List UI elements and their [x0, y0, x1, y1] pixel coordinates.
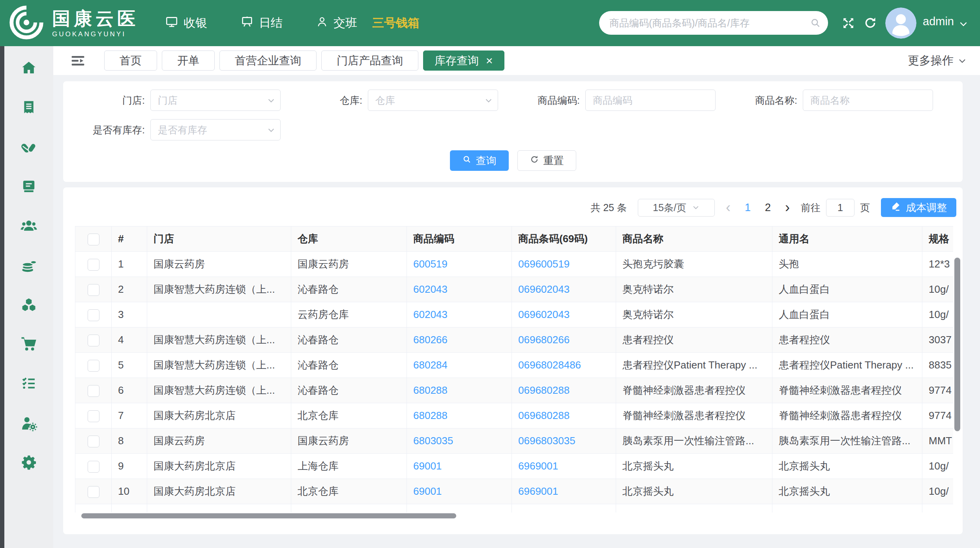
- filter-product-name-input[interactable]: 商品名称: [803, 90, 933, 111]
- brand-title: 国康云医: [52, 8, 139, 29]
- row-index: 4: [112, 327, 147, 353]
- sidebar-item-users-icon[interactable]: [4, 207, 53, 246]
- page-number-1[interactable]: 1: [745, 202, 751, 214]
- row-store: 国康智慧大药房连锁（上...: [147, 378, 291, 403]
- filter-product-name: 商品名称: 商品名称: [716, 90, 933, 111]
- nav-daily-settle[interactable]: 日结: [240, 15, 283, 31]
- checklist-icon: [21, 375, 37, 393]
- page-size-select[interactable]: 15条/页: [638, 199, 715, 217]
- row-code-link[interactable]: 680288: [407, 403, 512, 428]
- cashbox-label[interactable]: 三号钱箱: [372, 15, 420, 31]
- row-code-link[interactable]: 680284: [407, 353, 512, 378]
- row-checkbox[interactable]: [75, 277, 112, 302]
- nav-shift[interactable]: 交班: [316, 15, 357, 31]
- fullscreen-icon[interactable]: [842, 17, 855, 31]
- row-code-link[interactable]: 602043: [407, 277, 512, 302]
- row-name: 奥克特诺尔: [616, 277, 772, 302]
- row-checkbox[interactable]: [75, 454, 112, 479]
- row-checkbox[interactable]: [75, 252, 112, 277]
- table-row: 8国康云药房国康云药房68030350696803035胰岛素泵用一次性输注管路…: [75, 428, 954, 454]
- col-spec: 规格: [922, 226, 954, 252]
- monitor-icon: [165, 15, 178, 31]
- chevron-down-icon[interactable]: [958, 19, 969, 31]
- row-checkbox[interactable]: [75, 428, 112, 454]
- tab-inventory-query[interactable]: 库存查询 ×: [423, 50, 504, 71]
- row-barcode-link[interactable]: 069680266: [512, 327, 616, 353]
- row-code-link[interactable]: 69001: [407, 479, 512, 504]
- row-code-link[interactable]: 602043: [407, 302, 512, 327]
- goto-page-input[interactable]: 1: [826, 199, 854, 217]
- global-search-input[interactable]: 商品编码(商品条码)/商品名/库存: [599, 11, 828, 35]
- menu-collapse-icon[interactable]: [71, 54, 85, 67]
- row-checkbox[interactable]: [75, 378, 112, 403]
- horizontal-scrollbar-thumb[interactable]: [81, 513, 456, 518]
- sidebar-item-receipt-icon[interactable]: [4, 88, 53, 128]
- search-button[interactable]: 查询: [450, 150, 509, 171]
- row-barcode-link[interactable]: 069680288: [512, 403, 616, 428]
- avatar[interactable]: [885, 7, 916, 39]
- close-icon[interactable]: ×: [486, 55, 493, 67]
- filter-product-code: 商品编码: 商品编码: [498, 90, 716, 111]
- select-all-checkbox[interactable]: [75, 226, 112, 252]
- pen-icon: [890, 201, 901, 214]
- row-code-link[interactable]: 680288: [407, 378, 512, 403]
- row-warehouse: 沁春路仓: [291, 353, 407, 378]
- row-barcode-link[interactable]: 069602043: [512, 302, 616, 327]
- row-code-link[interactable]: 600519: [407, 252, 512, 277]
- row-barcode-link[interactable]: 069602043: [512, 277, 616, 302]
- prev-page-button[interactable]: ‹: [726, 200, 731, 215]
- row-index: 9: [112, 454, 147, 479]
- table-row: 2国康智慧大药房连锁（上...沁春路仓602043069602043奥克特诺尔人…: [75, 277, 954, 302]
- filter-warehouse-select[interactable]: 仓库: [368, 90, 498, 111]
- user-name[interactable]: admin: [923, 15, 954, 28]
- row-barcode-link[interactable]: 6969001: [512, 454, 616, 479]
- search-icon[interactable]: [810, 17, 821, 30]
- sidebar-item-user-gear-icon[interactable]: [4, 404, 53, 443]
- filter-store-select[interactable]: 门店: [150, 90, 281, 111]
- table-row: 1国康云药房国康云药房600519069600519头孢克圬胶囊头孢12*3: [75, 252, 954, 277]
- more-actions-button[interactable]: 更多操作: [908, 53, 967, 69]
- sidebar-item-home-icon[interactable]: [4, 49, 53, 88]
- cost-adjust-button[interactable]: 成本调整: [881, 198, 956, 217]
- row-name: 脊髓神经刺激器患者程控仪: [616, 378, 772, 403]
- row-code-link[interactable]: 69001: [407, 454, 512, 479]
- row-checkbox[interactable]: [75, 327, 112, 353]
- row-store: 国康智慧大药房连锁（上...: [147, 277, 291, 302]
- row-barcode-link[interactable]: 6969001: [512, 479, 616, 504]
- row-index: 1: [112, 252, 147, 277]
- nav-cashier[interactable]: 收银: [165, 15, 207, 31]
- sidebar-item-cart-icon[interactable]: [4, 325, 53, 365]
- row-barcode-link[interactable]: 069680288: [512, 378, 616, 403]
- sidebar-item-coins-icon[interactable]: [4, 246, 53, 286]
- page-number-2[interactable]: 2: [765, 202, 771, 214]
- filter-has-stock-select[interactable]: 是否有库存: [150, 119, 281, 140]
- row-checkbox[interactable]: [75, 479, 112, 504]
- row-code-link[interactable]: 680266: [407, 327, 512, 353]
- row-checkbox[interactable]: [75, 403, 112, 428]
- sidebar-item-cubes-icon[interactable]: [4, 286, 53, 325]
- next-page-button[interactable]: ›: [785, 200, 790, 215]
- row-checkbox[interactable]: [75, 353, 112, 378]
- row-barcode-link[interactable]: 0696803035: [512, 428, 616, 454]
- filter-warehouse: 仓库: 仓库: [281, 90, 498, 111]
- tab-billing[interactable]: 开单: [162, 50, 215, 71]
- row-code-link[interactable]: 6803035: [407, 428, 512, 454]
- sidebar-item-book-icon[interactable]: [4, 167, 53, 207]
- row-barcode-link[interactable]: 069600519: [512, 252, 616, 277]
- tab-home[interactable]: 首页: [104, 50, 157, 71]
- filter-product-code-input[interactable]: 商品编码: [585, 90, 716, 111]
- sidebar-item-checklist-icon[interactable]: [4, 365, 53, 404]
- row-barcode-link[interactable]: 06968028486: [512, 353, 616, 378]
- vertical-scrollbar-thumb[interactable]: [954, 258, 960, 431]
- sidebar-item-pills-icon[interactable]: [4, 128, 53, 167]
- brand: 国康云医 GUOKANGYUNYI: [9, 5, 139, 42]
- refresh-icon[interactable]: [864, 16, 877, 31]
- filter-store-label: 门店:: [63, 94, 150, 107]
- chevron-down-icon: [267, 126, 275, 136]
- tab-first-enterprise-query[interactable]: 首营企业查询: [219, 50, 317, 71]
- reset-button[interactable]: 重置: [517, 150, 576, 171]
- row-name: 奥克特诺尔: [616, 302, 772, 327]
- row-checkbox[interactable]: [75, 302, 112, 327]
- tab-store-product-query[interactable]: 门店产品查询: [321, 50, 418, 71]
- sidebar-item-gear-icon[interactable]: [4, 443, 53, 483]
